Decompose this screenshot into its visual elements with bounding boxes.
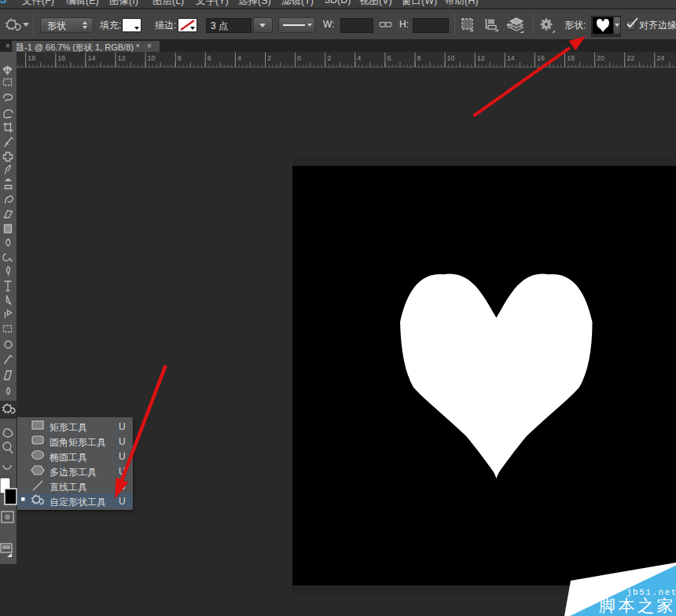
svg-text:jb51.net: jb51.net (626, 588, 676, 597)
svg-text:脚本之家: 脚本之家 (599, 596, 676, 614)
